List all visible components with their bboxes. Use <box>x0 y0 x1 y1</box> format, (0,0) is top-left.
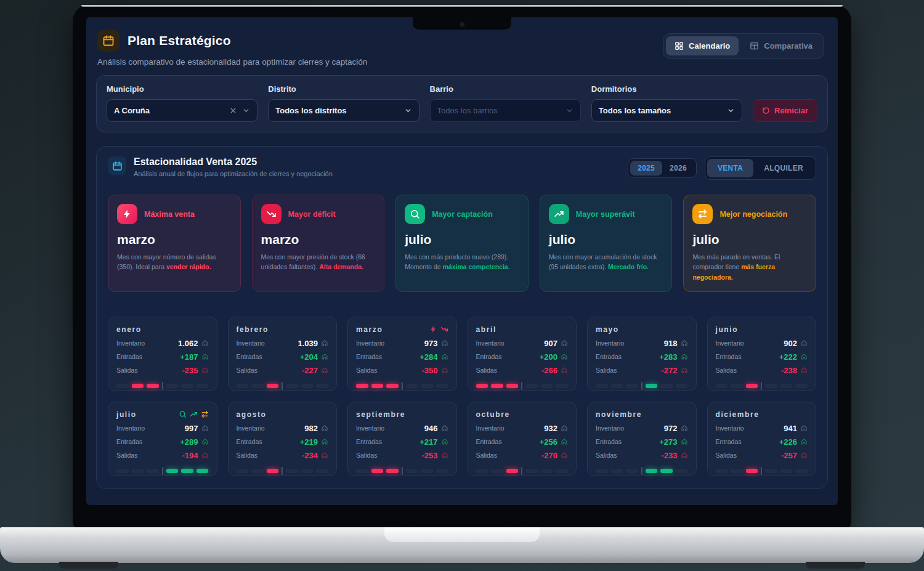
month-card-julio[interactable]: julio Inventario997 Entradas+289 Salidas… <box>108 402 217 476</box>
clear-icon[interactable] <box>229 107 237 115</box>
month-grid: enero Inventario1.062 Entradas+187 Salid… <box>108 317 816 476</box>
month-card-marzo[interactable]: marzo Inventario973 Entradas+284 Salidas… <box>347 317 457 391</box>
month-card-abril[interactable]: abril Inventario907 Entradas+200 Salidas… <box>468 317 577 391</box>
bar-divider <box>521 382 522 390</box>
bar-segment <box>406 469 418 473</box>
barrio-value: Todos los barrios <box>437 106 565 115</box>
month-card-febrero[interactable]: febrero Inventario1.039 Entradas+204 Sal… <box>228 317 338 391</box>
laptop-base-notch <box>384 527 540 542</box>
month-name: enero <box>116 325 142 334</box>
bar-divider <box>521 467 522 475</box>
month-bars <box>716 467 808 475</box>
inflow-label: Entradas <box>237 438 300 445</box>
highlight-mayor-deficit[interactable]: Mayor déficit marzo Mes con mayor presió… <box>252 195 385 292</box>
municipio-value: A Coruña <box>114 106 229 115</box>
inventory-value: 1.062 <box>178 339 198 348</box>
calendar-icon <box>108 156 126 175</box>
bar-divider <box>282 382 283 390</box>
tab-calendario[interactable]: Calendario <box>666 36 739 55</box>
tab-calendario-label: Calendario <box>689 41 730 51</box>
highlight-cards: Máxima venta marzo Mes con mayor número … <box>108 195 816 292</box>
bar-divider <box>761 382 762 390</box>
distrito-select[interactable]: Todos los distritos <box>268 99 419 122</box>
trend-up-icon <box>549 204 569 224</box>
bar-segment <box>166 384 179 388</box>
inflow-value: +256 <box>540 437 557 447</box>
highlight-maxima-venta[interactable]: Máxima venta marzo Mes con mayor número … <box>108 195 241 292</box>
reset-button[interactable]: Reiniciar <box>753 99 817 122</box>
bar-segment <box>676 384 688 388</box>
bar-segment <box>132 384 144 388</box>
year-2026-button[interactable]: 2026 <box>662 161 694 176</box>
month-card-septiembre[interactable]: septiembre Inventario946 Entradas+217 Sa… <box>347 402 457 476</box>
bar-segment <box>506 469 519 473</box>
inflow-label: Entradas <box>596 438 659 445</box>
highlight-description: Mes con mayor presión de stock (66 unida… <box>261 252 376 272</box>
month-card-mayo[interactable]: mayo Inventario918 Entradas+283 Salidas-… <box>587 317 697 391</box>
filter-bar: Municipio A Coruña Distrito Todos los di… <box>96 75 828 132</box>
month-card-agosto[interactable]: agosto Inventario982 Entradas+219 Salida… <box>228 402 338 476</box>
mode-alquiler-button[interactable]: ALQUILER <box>753 159 814 177</box>
outflow-value: -194 <box>182 451 198 460</box>
dormitorios-select[interactable]: Todos los tamaños <box>591 99 742 122</box>
inflow-label: Entradas <box>716 353 779 360</box>
month-badges <box>429 325 448 333</box>
laptop-lid-edge <box>81 5 843 7</box>
month-bars <box>356 382 448 390</box>
month-card-octubre[interactable]: octubre Inventario932 Entradas+256 Salid… <box>468 402 577 476</box>
bar-segment <box>116 469 129 473</box>
month-card-junio[interactable]: junio Inventario902 Entradas+222 Salidas… <box>707 317 817 391</box>
bar-segment <box>795 469 808 473</box>
house-icon <box>441 366 448 374</box>
inventory-label: Inventario <box>356 424 424 432</box>
bar-segment <box>386 469 399 473</box>
outflow-label: Salidas <box>356 366 421 374</box>
house-icon <box>561 366 568 374</box>
bar-segment <box>795 384 808 388</box>
trend-down-icon <box>440 325 448 333</box>
grid-icon <box>675 41 684 51</box>
inflow-label: Entradas <box>356 438 419 445</box>
bar-divider <box>402 467 403 475</box>
month-card-diciembre[interactable]: diciembre Inventario941 Entradas+226 Sal… <box>707 402 817 476</box>
bar-segment <box>780 384 793 388</box>
house-icon <box>561 438 568 445</box>
lightning-icon <box>117 204 137 224</box>
bar-segment <box>541 384 553 388</box>
bar-segment <box>525 384 538 388</box>
tab-comparativa[interactable]: Comparativa <box>741 36 821 55</box>
bar-segment <box>716 469 728 473</box>
highlight-mayor-captacion[interactable]: Mayor captación julio Mes con más produc… <box>395 195 529 292</box>
highlight-mayor-superavit[interactable]: Mayor superávit julio Mes con mayor acum… <box>540 195 673 292</box>
month-name: diciembre <box>716 410 760 419</box>
house-icon <box>201 452 209 459</box>
house-icon <box>561 339 568 347</box>
month-bars <box>716 382 808 390</box>
inflow-label: Entradas <box>237 353 300 360</box>
month-bars <box>596 382 688 390</box>
month-name: abril <box>476 325 496 334</box>
outflow-value: -266 <box>541 366 557 375</box>
highlight-mejor-negociacion[interactable]: Mejor negociación julio Mes más parado e… <box>683 195 816 292</box>
month-card-enero[interactable]: enero Inventario1.062 Entradas+187 Salid… <box>108 317 217 391</box>
mode-venta-button[interactable]: VENTA <box>707 159 753 177</box>
laptop-frame: Plan Estratégico Análisis comparativo de… <box>73 5 851 528</box>
highlight-month: julio <box>692 232 807 247</box>
highlight-description: Mes con mayor número de salidas (350). I… <box>117 252 232 272</box>
laptop-screen: Plan Estratégico Análisis comparativo de… <box>86 17 838 505</box>
year-2025-button[interactable]: 2025 <box>630 161 662 176</box>
bar-segment <box>286 469 298 473</box>
bar-segment <box>476 384 488 388</box>
municipio-select[interactable]: A Coruña <box>107 99 257 122</box>
inflow-value: +226 <box>779 437 797 447</box>
house-icon <box>681 366 688 374</box>
month-bars <box>116 467 209 475</box>
month-card-noviembre[interactable]: noviembre Inventario972 Entradas+273 Sal… <box>587 402 697 476</box>
month-name: julio <box>116 410 137 419</box>
bar-segment <box>356 469 368 473</box>
bolt-icon <box>429 325 437 333</box>
barrio-select[interactable]: Todos los barrios <box>430 99 581 122</box>
bar-segment <box>197 384 209 388</box>
inventory-label: Inventario <box>356 339 424 347</box>
dashboard: Plan Estratégico Análisis comparativo de… <box>86 17 838 505</box>
